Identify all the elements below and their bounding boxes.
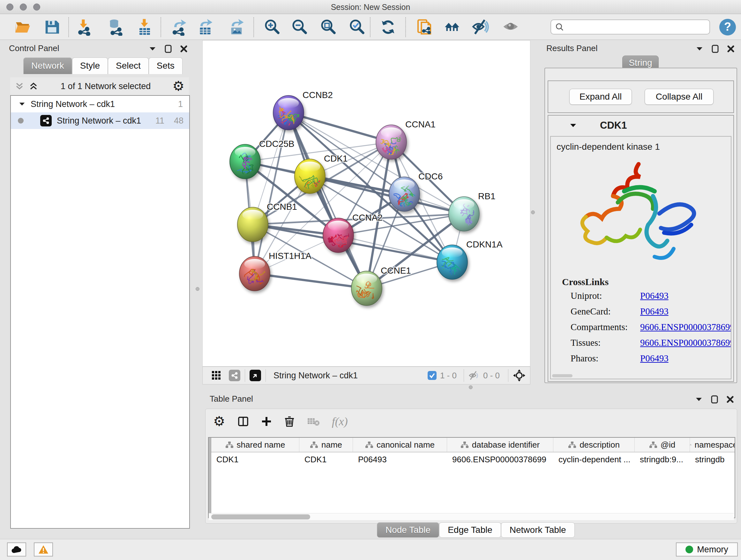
column-header-canonical-name[interactable]: canonical name <box>353 438 447 452</box>
network-node-CCNA1[interactable] <box>376 125 407 161</box>
fit-content-crosshair-icon[interactable] <box>513 369 526 382</box>
table-rows: CDK1CDK1P064939606.ENSP00000378699cyclin… <box>211 452 735 466</box>
network-collection-row[interactable]: String Network – cdk1 1 <box>11 96 189 112</box>
crosslink-link[interactable]: 9606.ENSP00000378699 <box>640 337 731 353</box>
network-share-view-icon[interactable] <box>229 370 240 381</box>
tab-edge-table[interactable]: Edge Table <box>439 522 501 538</box>
import-network-database-button[interactable] <box>106 18 125 37</box>
clone-network-button[interactable] <box>415 18 434 37</box>
network-node-CCNB1[interactable] <box>238 207 268 242</box>
network-node-CDKN1A[interactable] <box>437 245 468 281</box>
show-all-button[interactable] <box>501 18 520 37</box>
network-edge[interactable] <box>288 113 367 288</box>
import-network-file-button[interactable] <box>75 18 93 37</box>
search-field[interactable] <box>564 22 710 32</box>
scrollbar-thumb[interactable] <box>211 514 310 519</box>
export-network-button[interactable] <box>170 18 188 37</box>
left-splitter-handle[interactable] <box>196 287 199 291</box>
right-splitter-handle[interactable] <box>531 210 535 214</box>
crosslink-row: Pharos:P06493 <box>570 353 731 369</box>
import-network-icon <box>76 18 93 36</box>
zoom-out-button[interactable] <box>291 18 309 37</box>
panel-close-icon[interactable] <box>727 45 735 53</box>
tab-select[interactable]: Select <box>108 57 149 74</box>
cloud-status-button[interactable] <box>7 543 26 557</box>
tab-node-table[interactable]: Node Table <box>377 522 439 538</box>
tab-sets[interactable]: Sets <box>149 57 183 74</box>
panel-menu-icon[interactable] <box>696 46 703 52</box>
crosslink-link[interactable]: P06493 <box>640 353 669 369</box>
help-button[interactable]: ? <box>719 19 736 36</box>
cybrowser-home-button[interactable] <box>443 18 462 37</box>
save-session-button[interactable] <box>43 18 61 37</box>
crosslink-link[interactable]: P06493 <box>640 306 669 322</box>
import-table-file-button[interactable] <box>135 18 153 37</box>
results-horizontal-scrollbar[interactable] <box>552 374 572 377</box>
crosslink-link[interactable]: P06493 <box>640 291 669 306</box>
tree-expander-icon[interactable] <box>18 101 25 107</box>
gene-section-header[interactable]: CDK1 <box>548 116 733 135</box>
panel-close-icon[interactable] <box>180 45 188 53</box>
memory-button[interactable]: Memory <box>676 543 738 557</box>
hide-selected-button[interactable] <box>471 18 489 37</box>
collapse-all-button[interactable]: Collapse All <box>645 89 714 105</box>
hidden-eye-icon[interactable] <box>468 371 481 380</box>
function-builder-icon[interactable]: f(x) <box>332 415 348 428</box>
bottom-splitter-handle[interactable] <box>469 385 473 389</box>
section-collapse-icon[interactable] <box>569 123 577 128</box>
tab-network[interactable]: Network <box>23 57 72 74</box>
panel-menu-icon[interactable] <box>149 46 156 52</box>
zoom-in-button[interactable] <box>263 18 282 37</box>
column-header-namespace[interactable]: namespace <box>690 438 735 452</box>
network-node-CCNE1[interactable] <box>347 271 384 306</box>
network-view-toolbar: String Network – cdk1 1 - 0 0 - 0 <box>202 367 530 384</box>
network-node-CDC25B[interactable] <box>230 144 260 179</box>
network-graph[interactable]: CCNB2CCNA1CDC25BCDK1CDC6RB1CCNB1CCNA2CDK… <box>203 41 530 366</box>
network-node-RB1[interactable] <box>449 197 479 231</box>
column-header-shared-name[interactable]: shared name <box>211 438 299 452</box>
zoom-fit-button[interactable] <box>320 18 338 37</box>
network-edge[interactable] <box>255 273 367 288</box>
table-horizontal-scrollbar[interactable] <box>209 513 734 520</box>
network-options-gear-icon[interactable]: ⚙ <box>172 79 185 93</box>
birdseye-view-icon[interactable] <box>250 370 261 381</box>
panel-float-icon[interactable] <box>712 45 719 53</box>
table-options-gear-icon[interactable]: ⚙ <box>213 415 225 428</box>
network-node-HIST1H1A[interactable] <box>239 256 274 292</box>
tab-style[interactable]: Style <box>72 57 108 74</box>
table-row[interactable]: CDK1CDK1P064939606.ENSP00000378699cyclin… <box>211 452 735 466</box>
export-table-button[interactable] <box>196 18 214 37</box>
panel-float-icon[interactable] <box>711 395 718 403</box>
panel-float-icon[interactable] <box>165 45 172 53</box>
show-columns-icon[interactable] <box>238 416 249 427</box>
delete-column-icon[interactable] <box>284 416 295 427</box>
node-label-CDC25B: CDC25B <box>259 139 294 149</box>
panel-close-icon[interactable] <box>726 395 734 403</box>
add-column-icon[interactable] <box>261 416 272 427</box>
expand-all-networks-icon[interactable] <box>14 81 25 91</box>
control-panel-window-icons <box>149 45 188 53</box>
expand-all-button[interactable]: Expand All <box>569 89 632 105</box>
refresh-button[interactable] <box>379 18 397 37</box>
network-row[interactable]: String Network – cdk1 11 48 <box>11 112 189 129</box>
column-header-description[interactable]: description <box>553 438 635 452</box>
column-header-database-identifier[interactable]: database identifier <box>447 438 553 452</box>
network-node-CDC6[interactable] <box>389 177 421 211</box>
node-label-CCNB1: CCNB1 <box>267 202 297 212</box>
search-input[interactable] <box>550 19 710 35</box>
zoom-selected-button[interactable] <box>348 18 367 37</box>
collapse-all-networks-icon[interactable] <box>28 81 39 91</box>
crosslink-link[interactable]: 9606.ENSP00000378699 <box>640 322 731 337</box>
network-canvas[interactable]: CCNB2CCNA1CDC25BCDK1CDC6RB1CCNB1CCNA2CDK… <box>202 40 530 367</box>
selected-checkbox-icon[interactable] <box>427 371 437 380</box>
panel-menu-icon[interactable] <box>695 396 703 402</box>
warnings-button[interactable] <box>34 543 53 557</box>
column-header-name[interactable]: name <box>299 438 353 452</box>
open-session-button[interactable] <box>14 18 32 37</box>
tab-network-table[interactable]: Network Table <box>501 522 575 538</box>
export-image-button[interactable] <box>227 18 246 37</box>
delete-table-icon[interactable] <box>307 416 320 427</box>
grid-view-icon[interactable] <box>211 370 222 381</box>
collection-count: 1 <box>178 99 183 109</box>
column-header--id[interactable]: @id <box>635 438 690 452</box>
